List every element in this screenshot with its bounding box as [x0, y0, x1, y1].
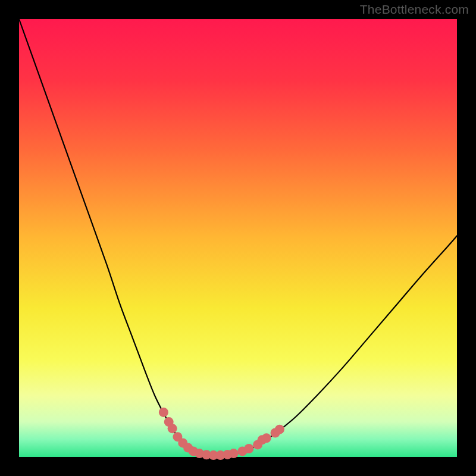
highlight-point [262, 433, 271, 443]
chart-container: TheBottleneck.com [0, 0, 476, 476]
bottleneck-curve [19, 19, 457, 455]
highlight-points [159, 408, 284, 460]
highlight-point [168, 424, 177, 433]
highlight-point [229, 449, 239, 458]
highlight-point [244, 444, 253, 453]
plot-area [19, 19, 457, 457]
highlight-point [275, 425, 284, 434]
highlight-point [159, 408, 168, 417]
curve-layer [19, 19, 457, 457]
watermark-text: TheBottleneck.com [360, 2, 469, 17]
